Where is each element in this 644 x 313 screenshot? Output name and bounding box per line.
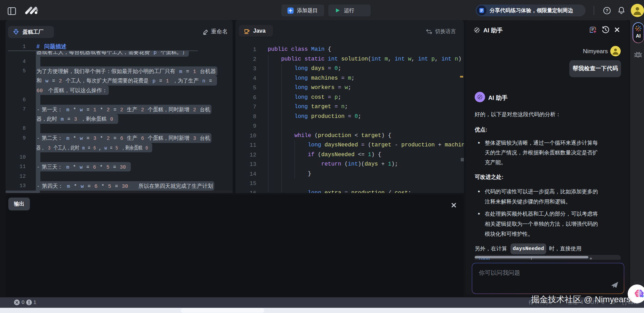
svg-text:?: ?	[606, 8, 609, 13]
